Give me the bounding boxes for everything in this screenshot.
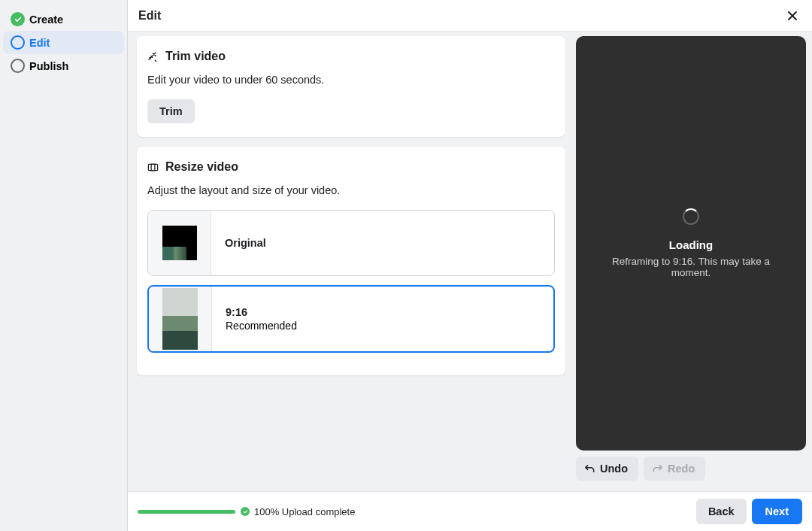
resize-option-9-16[interactable]: 9:16 Recommended bbox=[147, 285, 555, 353]
back-button[interactable]: Back bbox=[696, 499, 747, 524]
resize-title: Resize video bbox=[165, 160, 238, 174]
page-title: Edit bbox=[138, 9, 161, 23]
resize-icon bbox=[147, 162, 159, 173]
preview-column: Loading Reframing to 9:16. This may take… bbox=[574, 32, 812, 491]
upload-status: 100% Upload complete bbox=[241, 506, 355, 517]
content-column: Trim video Edit your video to under 60 s… bbox=[128, 32, 574, 491]
option-subtitle: Recommended bbox=[226, 320, 297, 332]
trim-desc: Edit your video to under 60 seconds. bbox=[147, 74, 555, 86]
main-panel: Edit Trim video Edit your video to under… bbox=[128, 0, 812, 531]
redo-label: Redo bbox=[668, 463, 695, 475]
redo-icon bbox=[652, 463, 663, 475]
step-label: Publish bbox=[29, 60, 68, 72]
step-label: Create bbox=[29, 14, 63, 26]
upload-progress-bar bbox=[138, 510, 235, 514]
trim-icon bbox=[147, 51, 159, 62]
close-icon bbox=[786, 9, 799, 23]
undo-label: Undo bbox=[600, 463, 628, 475]
loading-subtitle: Reframing to 9:16. This may take a momen… bbox=[591, 256, 791, 278]
thumbnail bbox=[148, 211, 211, 275]
next-button[interactable]: Next bbox=[752, 499, 802, 524]
trim-button[interactable]: Trim bbox=[147, 99, 195, 123]
resize-option-original[interactable]: Original bbox=[147, 210, 555, 276]
resize-desc: Adjust the layout and size of your video… bbox=[147, 184, 555, 196]
step-create[interactable]: Create bbox=[3, 8, 124, 31]
resize-card: Resize video Adjust the layout and size … bbox=[137, 147, 565, 375]
step-publish[interactable]: Publish bbox=[3, 54, 124, 77]
thumbnail bbox=[149, 287, 212, 351]
svg-rect-1 bbox=[151, 164, 155, 170]
svg-rect-0 bbox=[148, 164, 157, 170]
option-title: 9:16 bbox=[226, 306, 297, 318]
step-sidebar: Create Edit Publish bbox=[0, 0, 128, 531]
footer: 100% Upload complete Back Next bbox=[128, 491, 812, 531]
close-button[interactable] bbox=[782, 5, 803, 26]
step-edit[interactable]: Edit bbox=[3, 31, 124, 54]
undo-icon bbox=[584, 463, 595, 475]
redo-button[interactable]: Redo bbox=[644, 457, 705, 481]
spinner-icon bbox=[683, 208, 699, 225]
step-label: Edit bbox=[29, 37, 50, 49]
upload-status-text: 100% Upload complete bbox=[254, 506, 355, 517]
undo-redo-row: Undo Redo bbox=[576, 451, 806, 491]
option-title: Original bbox=[225, 237, 266, 249]
trim-card: Trim video Edit your video to under 60 s… bbox=[137, 36, 565, 137]
body: Trim video Edit your video to under 60 s… bbox=[128, 32, 812, 491]
loading-title: Loading bbox=[669, 238, 713, 251]
trim-title: Trim video bbox=[165, 50, 226, 63]
circle-icon bbox=[11, 59, 25, 73]
check-circle-icon bbox=[241, 507, 250, 516]
check-circle-icon bbox=[11, 12, 25, 26]
preview-area: Loading Reframing to 9:16. This may take… bbox=[576, 36, 806, 451]
undo-button[interactable]: Undo bbox=[576, 457, 638, 481]
circle-icon bbox=[11, 35, 25, 50]
header: Edit bbox=[128, 0, 812, 32]
